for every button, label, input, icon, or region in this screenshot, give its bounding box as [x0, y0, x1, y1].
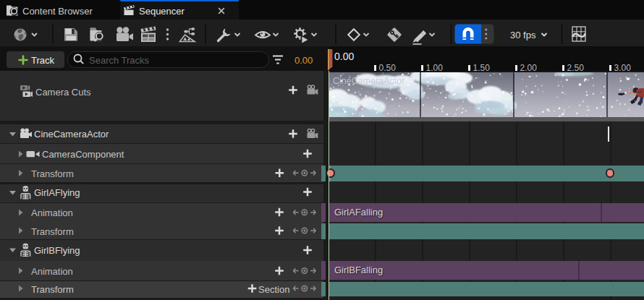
svg-text:CineCameraActor: CineCameraActor — [333, 76, 404, 86]
